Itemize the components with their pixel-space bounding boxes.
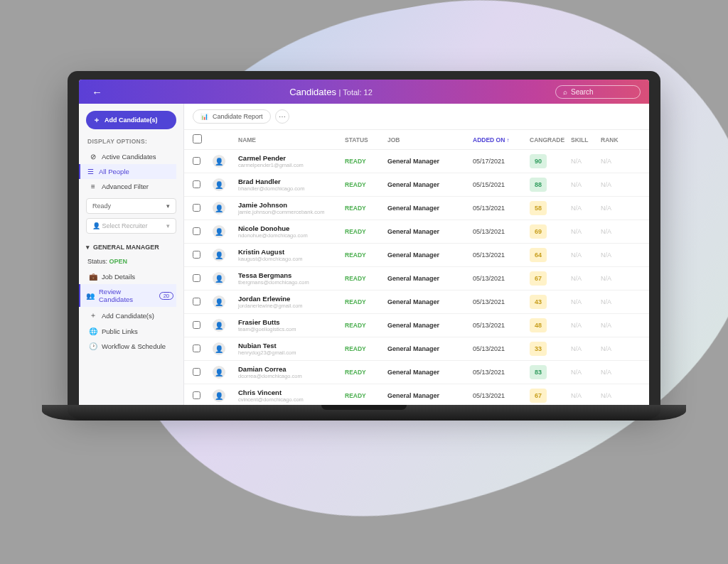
table-row[interactable]: 👤 Jamie Johnson jamie.johnson@commerceba… — [184, 197, 649, 220]
cangrade-score: 69 — [530, 224, 547, 239]
rank-cell: N/A — [601, 205, 631, 212]
row-checkbox[interactable] — [193, 298, 200, 305]
table-row[interactable]: 👤 Jordan Erlewine jordanerlewine@gmail.c… — [184, 291, 649, 314]
search-input-wrapper[interactable]: ⌕ — [555, 85, 641, 99]
status-cell: READY — [345, 298, 387, 305]
sidebar-item-active-candidates[interactable]: ⊘ Active Candidates — [86, 149, 176, 164]
date-cell: 05/13/2021 — [473, 298, 530, 305]
sidebar-item-label: All People — [99, 168, 129, 175]
cangrade-score: 88 — [530, 178, 547, 192]
add-user-icon: ＋ — [89, 310, 97, 320]
add-candidates-button[interactable]: ＋ Add Candidate(s) — [86, 111, 176, 129]
sidebar-item-label: Review Candidates — [99, 288, 155, 303]
avatar: 👤 — [213, 389, 225, 402]
table-row[interactable]: 👤 Kristin August kaugust@domchicago.com … — [184, 244, 649, 267]
candidate-name: Jamie Johnson — [238, 201, 345, 209]
col-added-on[interactable]: ADDED ON — [473, 136, 530, 143]
candidate-name: Carmel Pender — [238, 154, 345, 162]
briefcase-icon: 💼 — [89, 273, 97, 281]
table-row[interactable]: 👤 Damian Correa dcorrea@domchicago.com R… — [184, 361, 649, 384]
back-button[interactable]: ← — [87, 86, 107, 98]
col-name[interactable]: NAME — [238, 136, 345, 143]
row-checkbox[interactable] — [193, 274, 200, 282]
ready-dropdown[interactable]: Ready ▾ — [86, 198, 176, 214]
status-cell: READY — [345, 345, 387, 352]
skill-cell: N/A — [571, 205, 601, 212]
sidebar-item-all-people[interactable]: ☰ All People — [79, 164, 176, 179]
avatar: 👤 — [213, 272, 225, 285]
candidate-email: henrydog23@gmail.com — [238, 349, 345, 356]
candidate-report-button[interactable]: 📊 Candidate Report — [193, 109, 271, 124]
table-row[interactable]: 👤 Chris Vincent cvincent@domchicago.com … — [184, 384, 649, 405]
status-cell: READY — [345, 392, 387, 399]
select-all-checkbox[interactable] — [193, 134, 202, 143]
col-cangrade[interactable]: CANGRADE — [530, 136, 571, 143]
skill-cell: N/A — [571, 158, 601, 165]
date-cell: 05/13/2021 — [473, 275, 530, 282]
date-cell: 05/15/2021 — [473, 181, 530, 188]
main-content: 📊 Candidate Report ⋯ NAME STATUS — [184, 104, 649, 405]
button-label: Candidate Report — [213, 113, 263, 120]
col-status[interactable]: STATUS — [345, 136, 387, 143]
table-row[interactable]: 👤 Carmel Pender carmelpender1@gmail.com … — [184, 150, 649, 173]
person-icon: 👤 — [92, 222, 100, 229]
chevron-down-icon: ▾ — [86, 244, 90, 251]
candidate-name: Nicole Donohue — [238, 224, 345, 232]
status-cell: READY — [345, 275, 387, 282]
row-checkbox[interactable] — [193, 251, 200, 259]
rank-cell: N/A — [601, 392, 631, 399]
col-rank[interactable]: RANK — [601, 136, 631, 143]
avatar: 👤 — [213, 295, 225, 308]
recruiter-dropdown[interactable]: 👤 Select Recruiter ▾ — [86, 218, 176, 234]
cangrade-score: 48 — [530, 318, 547, 332]
row-checkbox[interactable] — [193, 321, 200, 329]
search-input[interactable] — [571, 88, 628, 96]
table-row[interactable]: 👤 Nicole Donohue ndonohue@domchicago.com… — [184, 220, 649, 244]
name-cell: Damian Correa dcorrea@domchicago.com — [238, 365, 345, 379]
job-cell: General Manager — [387, 158, 473, 165]
col-job[interactable]: JOB — [387, 136, 473, 143]
table-row[interactable]: 👤 Brad Handler bhandler@domchicago.com R… — [184, 173, 649, 197]
dropdown-value: Ready — [92, 202, 111, 210]
sidebar-item-workflow[interactable]: 🕑Workflow & Schedule — [86, 339, 176, 354]
name-cell: Frasier Butts team@goellogistics.com — [238, 318, 345, 332]
row-checkbox[interactable] — [193, 391, 200, 399]
row-checkbox[interactable] — [193, 204, 200, 212]
sidebar-item-job-details[interactable]: 💼Job Details — [86, 269, 176, 284]
skill-cell: N/A — [571, 275, 601, 282]
cangrade-score: 67 — [530, 389, 547, 403]
table-row[interactable]: 👤 Frasier Butts team@goellogistics.com R… — [184, 314, 649, 337]
name-cell: Nicole Donohue ndonohue@domchicago.com — [238, 224, 345, 239]
rank-cell: N/A — [601, 298, 631, 305]
row-checkbox[interactable] — [193, 345, 200, 352]
sidebar-item-public-links[interactable]: 🌐Public Links — [86, 324, 176, 339]
table-row[interactable]: 👤 Nubian Test henrydog23@gmail.com READY… — [184, 337, 649, 361]
search-icon: ⌕ — [563, 88, 567, 96]
sidebar-item-label: Active Candidates — [102, 153, 156, 161]
status-value: OPEN — [109, 258, 128, 265]
skill-cell: N/A — [571, 298, 601, 305]
row-checkbox[interactable] — [193, 227, 200, 235]
more-button[interactable]: ⋯ — [275, 109, 289, 124]
sidebar-item-advanced-filter[interactable]: ≡ Advanced Filter — [86, 179, 176, 194]
row-checkbox[interactable] — [193, 180, 200, 188]
sidebar-item-add-candidates[interactable]: ＋Add Candidate(s) — [86, 307, 176, 324]
count-badge: 20 — [159, 292, 173, 300]
cangrade-score: 43 — [530, 295, 547, 309]
job-cell: General Manager — [387, 298, 473, 305]
candidate-email: cvincent@domchicago.com — [238, 396, 345, 403]
avatar: 👤 — [213, 366, 225, 379]
job-cell: General Manager — [387, 322, 473, 329]
name-cell: Brad Handler bhandler@domchicago.com — [238, 178, 345, 192]
sidebar-item-review-candidates[interactable]: 👥Review Candidates 20 — [79, 284, 176, 307]
row-checkbox[interactable] — [193, 157, 200, 165]
job-section-header[interactable]: ▾ GENERAL MANAGER — [86, 244, 176, 251]
page-title: Candidates | Total: 12 — [107, 87, 555, 97]
skill-cell: N/A — [571, 369, 601, 376]
row-checkbox[interactable] — [193, 368, 200, 376]
name-cell: Chris Vincent cvincent@domchicago.com — [238, 389, 345, 403]
table-row[interactable]: 👤 Tessa Bergmans tbergmans@domchicago.co… — [184, 267, 649, 291]
sidebar-item-label: Public Links — [102, 327, 138, 335]
col-skill[interactable]: SKILL — [571, 136, 601, 143]
chevron-down-icon: ▾ — [166, 202, 170, 210]
